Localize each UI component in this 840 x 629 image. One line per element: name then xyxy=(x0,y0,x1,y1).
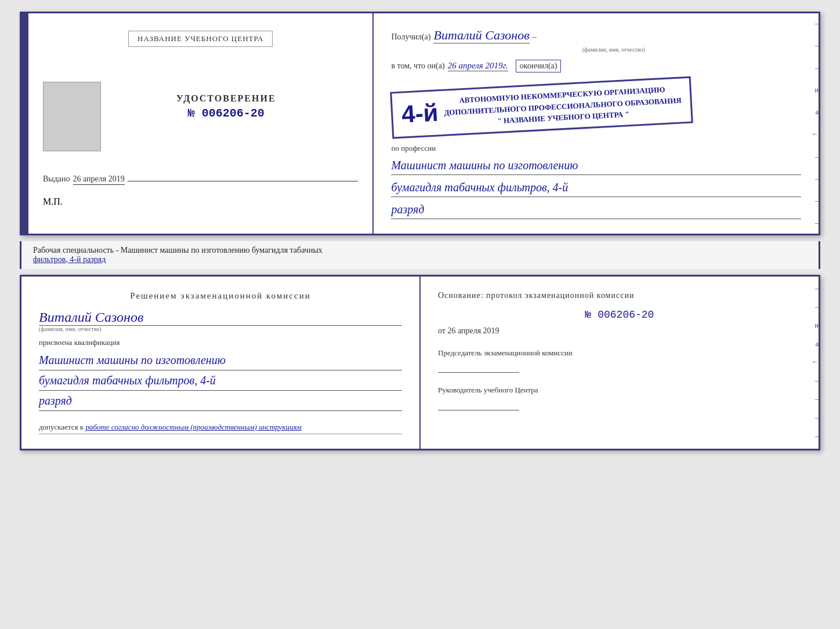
stamp-box: 4-й АВТОНОМНУЮ НЕКОММЕРЧЕСКУЮ ОРГАНИЗАЦИ… xyxy=(390,76,693,139)
poluchil-prefix: Получил(а) xyxy=(391,32,430,42)
recipient-name-top: Виталий Сазонов xyxy=(433,28,529,43)
dopuskaetsya-prefix: допускается к xyxy=(39,423,84,431)
predsedatel-block: Председатель экзаменационной комиссии xyxy=(438,347,801,373)
prisvoena-label: присвоена квалификация xyxy=(39,338,402,347)
top-certificate-book: НАЗВАНИЕ УЧЕБНОГО ЦЕНТРА УДОСТОВЕРЕНИЕ №… xyxy=(20,12,820,235)
okончил-label: окончил(а) xyxy=(516,60,562,72)
name-block-bottom: Виталий Сазонов (фамилия, имя, отчество) xyxy=(39,310,402,332)
top-book-right-page: Получил(а) Виталий Сазонов – (фамилия, и… xyxy=(374,13,819,234)
book-spine-top xyxy=(21,13,28,234)
recipient-hint-top: (фамилия, имя, отчество) xyxy=(391,46,801,53)
bottom-book-right-page: Основание: протокол экзаменационной коми… xyxy=(421,277,819,449)
mp-label: М.П. xyxy=(43,197,358,207)
right-side-decoration-bottom: – – и а ← – – – – xyxy=(808,277,819,449)
qualification-line1: Машинист машины по изготовлению xyxy=(39,350,402,370)
vtom-date: 26 апреля 2019г. xyxy=(448,61,508,71)
vydano-prefix: Выдано xyxy=(43,174,70,184)
predsedatel-signature-line xyxy=(438,361,519,373)
stamp-area: 4-й АВТОНОМНУЮ НЕКОММЕРЧЕСКУЮ ОРГАНИЗАЦИ… xyxy=(391,78,801,137)
info-strip: Рабочая специальность - Машинист машины … xyxy=(20,241,820,269)
dopuskaetsya-text: работе согласно должностным (производств… xyxy=(85,423,301,431)
vydano-date: 26 апреля 2019 xyxy=(73,174,125,185)
vtom-prefix: в том, что он(а) xyxy=(391,61,444,71)
ot-date-value: 26 апреля 2019 xyxy=(447,326,499,335)
photo-placeholder xyxy=(43,82,101,151)
dopuskaetsya-block: допускается к работе согласно должностны… xyxy=(39,423,402,434)
left-inner: НАЗВАНИЕ УЧЕБНОГО ЦЕНТРА УДОСТОВЕРЕНИЕ №… xyxy=(43,31,358,207)
top-book-left-page: НАЗВАНИЕ УЧЕБНОГО ЦЕНТРА УДОСТОВЕРЕНИЕ №… xyxy=(28,13,374,234)
protocol-number-bottom: № 006206-20 xyxy=(438,309,801,321)
stamp-number: 4-й xyxy=(401,99,440,129)
name-hint-bottom: (фамилия, имя, отчество) xyxy=(39,326,402,332)
recipient-name-bottom: Виталий Сазонов xyxy=(39,310,402,326)
bottom-certificate-book: Решением экзаменационной комиссии Витали… xyxy=(20,275,820,450)
profession-prefix: по профессии xyxy=(391,143,801,153)
osnovaniye-title: Основание: протокол экзаменационной коми… xyxy=(438,291,801,300)
predsedatel-label: Председатель экзаменационной комиссии xyxy=(438,347,801,359)
vydano-row: Выдано 26 апреля 2019 xyxy=(43,174,358,185)
org-name-label: НАЗВАНИЕ УЧЕБНОГО ЦЕНТРА xyxy=(128,31,273,47)
profession-line3: разряд xyxy=(391,200,801,219)
rukovoditel-signature-line xyxy=(438,399,519,410)
stamp-text-block: АВТОНОМНУЮ НЕКОММЕРЧЕСКУЮ ОРГАНИЗАЦИЮ ДО… xyxy=(443,83,682,129)
certificate-number-top: № 006206-20 xyxy=(176,107,276,120)
left-main-row: УДОСТОВЕРЕНИЕ № 006206-20 xyxy=(43,76,358,157)
udostoverenie-label: УДОСТОВЕРЕНИЕ xyxy=(176,93,276,104)
qualification-line2: бумагидля табачных фильтров, 4-й xyxy=(39,370,402,391)
rukovoditel-label: Руководитель учебного Центра xyxy=(438,384,801,396)
vydano-line-bottom xyxy=(128,181,359,181)
ot-prefix: от xyxy=(438,326,446,335)
resheniyem-title: Решением экзаменационной комиссии xyxy=(39,291,402,301)
profession-line2: бумагидля табачных фильтров, 4-й xyxy=(391,178,801,197)
rukovoditel-block: Руководитель учебного Центра xyxy=(438,384,801,410)
vtom-line: в том, что он(а) 26 апреля 2019г. окончи… xyxy=(391,60,801,72)
ot-date-bottom: от 26 апреля 2019 xyxy=(438,326,801,336)
profession-line1: Машинист машины по изготовлению xyxy=(391,156,801,175)
udostoverenie-block: УДОСТОВЕРЕНИЕ № 006206-20 xyxy=(176,76,276,120)
bottom-book-left-page: Решением экзаменационной комиссии Витали… xyxy=(21,277,421,449)
qualification-line3: разряд xyxy=(39,391,402,411)
poluchil-line: Получил(а) Виталий Сазонов – xyxy=(391,28,801,43)
stamp-inner: 4-й АВТОНОМНУЮ НЕКОММЕРЧЕСКУЮ ОРГАНИЗАЦИ… xyxy=(401,83,682,132)
info-text-prefix: Рабочая специальность - Машинист машины … xyxy=(33,246,323,254)
right-side-decoration-top: – – – и а ← – – – – xyxy=(808,13,819,234)
org-name-block: НАЗВАНИЕ УЧЕБНОГО ЦЕНТРА xyxy=(43,31,358,64)
info-text-underline: фильтров, 4-й разряд xyxy=(33,255,106,264)
